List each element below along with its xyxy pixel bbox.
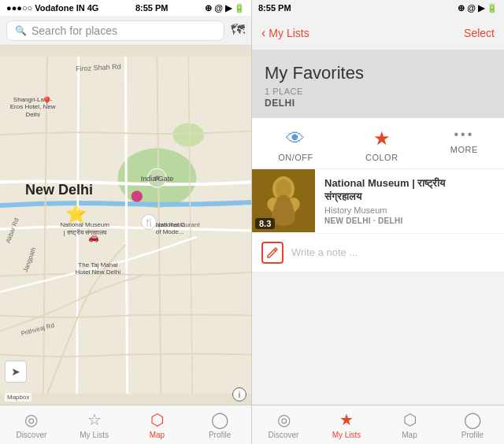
map-label-tab-left: Map xyxy=(150,431,165,439)
map-area[interactable]: New Delhi India Gate Firoz Shah Rd Shang… xyxy=(0,46,251,405)
edit-note-icon xyxy=(261,242,284,264)
map-icon-right: ⬡ xyxy=(403,410,417,429)
place-thumbnail: 8.3 xyxy=(252,169,315,232)
hero-subtitle: 1 PLACE xyxy=(265,87,491,96)
status-bar-right: 8:55 PM ⊕ @ ▶ 🔋 xyxy=(252,0,504,16)
mylists-label-right: My Lists xyxy=(332,431,361,439)
tab-bar-right: ◎ Discover ★ My Lists ⬡ Map ◯ Profile xyxy=(252,405,504,444)
hero-location: DELHI xyxy=(265,98,491,109)
restaurant-pin[interactable]: 🍴 xyxy=(141,214,157,230)
color-label: COLOR xyxy=(365,153,398,162)
profile-label-right: Profile xyxy=(461,431,484,439)
map-view-button[interactable]: 🗺 xyxy=(231,22,245,39)
car-pin[interactable]: 🚗 xyxy=(88,232,99,242)
tab-mylists-left[interactable]: ☆ My Lists xyxy=(63,410,126,439)
more-dots-icon: ••• xyxy=(454,128,474,142)
profile-icon-left: ◯ xyxy=(211,410,228,429)
mylists-icon-right: ★ xyxy=(339,410,354,429)
status-time-left: 8:55 PM xyxy=(135,3,169,13)
tab-discover-left[interactable]: ◎ Discover xyxy=(0,410,63,439)
place-info: National Museum | राष्ट्रीयसंग्रहालय His… xyxy=(315,169,504,233)
hero-section: My Favorites 1 PLACE DELHI xyxy=(252,50,504,118)
status-bar-left: ●●●○○ Vodafone IN 4G 8:55 PM ⊕ @ ▶ 🔋 xyxy=(0,0,251,16)
tab-map-right[interactable]: ⬡ Map xyxy=(378,410,441,439)
action-buttons: 👁 ON/OFF ★ COLOR ••• MORE xyxy=(252,118,504,169)
search-placeholder: Search for places xyxy=(32,24,117,37)
map-label-indiagate: India Gate xyxy=(141,175,174,183)
tab-discover-right[interactable]: ◎ Discover xyxy=(252,410,315,439)
map-label-delhi: New Delhi xyxy=(25,182,93,198)
hero-title: My Favorites xyxy=(265,63,491,83)
nav-bar-right: ‹ My Lists Select xyxy=(252,16,504,50)
discover-label-left: Discover xyxy=(16,431,46,439)
profile-label-left: Profile xyxy=(209,431,231,439)
status-icons-right: ⊕ @ ▶ 🔋 xyxy=(458,3,498,13)
left-panel: ●●●○○ Vodafone IN 4G 8:55 PM ⊕ @ ▶ 🔋 🔍 S… xyxy=(0,0,252,444)
discover-label-right: Discover xyxy=(269,431,299,439)
eye-icon: 👁 xyxy=(286,128,305,150)
profile-icon-right: ◯ xyxy=(464,410,481,429)
search-bar: 🔍 Search for places 🗺 xyxy=(0,16,251,46)
status-time-right: 8:55 PM xyxy=(258,3,291,13)
search-input-wrapper[interactable]: 🔍 Search for places xyxy=(6,20,224,41)
tab-profile-right[interactable]: ◯ Profile xyxy=(441,410,504,439)
star-action-icon: ★ xyxy=(373,128,391,150)
back-label: My Lists xyxy=(269,27,309,39)
search-icon: 🔍 xyxy=(15,25,27,36)
mylists-icon-left: ☆ xyxy=(87,410,102,429)
svg-point-2 xyxy=(172,123,204,146)
status-carrier: ●●●○○ Vodafone IN 4G xyxy=(6,3,98,13)
onoff-label: ON/OFF xyxy=(278,153,313,162)
place-item-museum[interactable]: 8.3 National Museum | राष्ट्रीयसंग्रहालय… xyxy=(252,169,504,233)
map-label-tajmahal: The Taj MahalHotel New Delhi xyxy=(76,261,120,276)
mylists-label-left: My Lists xyxy=(80,431,109,439)
more-label: MORE xyxy=(450,145,478,154)
place-list: 8.3 National Museum | राष्ट्रीयसंग्रहालय… xyxy=(252,169,504,405)
select-button[interactable]: Select xyxy=(464,27,495,39)
onoff-button[interactable]: 👁 ON/OFF xyxy=(278,128,313,162)
mapbox-logo: Mapbox xyxy=(5,393,32,401)
color-button[interactable]: ★ COLOR xyxy=(365,128,398,162)
indiagate-pin[interactable]: ⬤ xyxy=(131,189,143,202)
hotel-pin[interactable]: 📍 xyxy=(40,96,54,109)
discover-icon-right: ◎ xyxy=(277,410,291,429)
place-location: NEW DELHI · DELHI xyxy=(324,216,495,225)
map-label-tab-right: Map xyxy=(402,431,417,439)
map-label-national-modern: National Cof Mode... xyxy=(156,221,185,235)
museum-pin[interactable]: ⭐ xyxy=(65,204,87,224)
tab-bar-left: ◎ Discover ☆ My Lists ⬡ Map ◯ Profile xyxy=(0,405,251,444)
back-chevron-icon: ‹ xyxy=(261,26,265,40)
tab-profile-left[interactable]: ◯ Profile xyxy=(188,410,251,439)
place-type: History Museum xyxy=(324,205,495,215)
tab-mylists-right[interactable]: ★ My Lists xyxy=(315,410,378,439)
place-name: National Museum | राष्ट्रीयसंग्रहालय xyxy=(324,177,495,204)
note-row[interactable]: Write a note ... xyxy=(252,234,504,272)
note-placeholder: Write a note ... xyxy=(291,246,358,258)
map-icon-left: ⬡ xyxy=(150,410,164,429)
tab-map-left[interactable]: ⬡ Map xyxy=(126,410,189,439)
location-button[interactable]: ➤ xyxy=(5,361,27,383)
back-button[interactable]: ‹ My Lists xyxy=(261,26,309,40)
place-score: 8.3 xyxy=(255,218,275,229)
discover-icon-left: ◎ xyxy=(24,410,38,429)
info-button[interactable]: i xyxy=(232,387,246,401)
more-button[interactable]: ••• MORE xyxy=(450,128,478,162)
right-panel: 8:55 PM ⊕ @ ▶ 🔋 ‹ My Lists Select My Fav… xyxy=(252,0,504,444)
status-icons-left: ⊕ @ ▶ 🔋 xyxy=(205,3,245,13)
